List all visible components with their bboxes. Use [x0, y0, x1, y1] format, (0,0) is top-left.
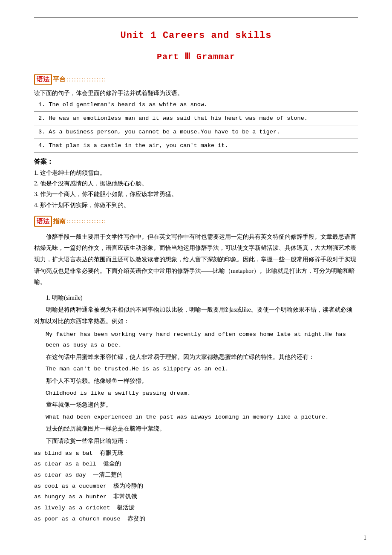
phrases-list: as blind as a bat 有眼无珠 as clear as a bel…	[34, 448, 358, 524]
answer-item-1: 1. 这个老绅士的胡须雪白。	[34, 168, 358, 178]
yufa-platform-badge: 语 法 平台 ::::::::::::::::	[34, 74, 107, 85]
phrase-2: as clear as a bell 健全的	[34, 459, 358, 470]
yufa-guide-box: 语 法	[34, 216, 52, 227]
page-container: Unit 1 Careers and skills Part Ⅲ Grammar…	[0, 0, 392, 550]
divider-4	[34, 152, 358, 153]
example-1-en: My father has been working very hard rec…	[34, 329, 358, 351]
phrase-6: as lively as a cricket 极活泼	[34, 503, 358, 514]
phrase-3: as clear as day 一清二楚的	[34, 470, 358, 481]
answer-section: 答案： 1. 这个老绅士的胡须雪白。 2. 他是个没有感情的人，据说他铁石心肠。…	[34, 158, 358, 211]
yufa-guide-header: 语 法 指南 ::::::::::::::::	[34, 216, 358, 229]
example-4-cn: 过去的经历就像图片一样总是在脑海中萦绕。	[34, 423, 358, 435]
yufa-platform-label: 平台	[53, 75, 66, 84]
phrases-intro: 下面请欣赏一些常用比喻短语：	[34, 436, 358, 447]
yufa-char1: 语	[37, 75, 43, 84]
yufa-platform-header: 语 法 平台 ::::::::::::::::	[34, 74, 358, 87]
answer-item-3: 3. 作为一个商人，你不能胆小如鼠，你应该非常勇猛。	[34, 189, 358, 199]
yufa-guide-char2: 法	[43, 217, 49, 225]
simile-title: 1. 明喻(simile)	[34, 292, 358, 304]
example-4-en: What had been experienced in the past wa…	[34, 412, 358, 423]
simile-content: 明喻是将两种通常被视为不相似的不同事物加以比较，明喻一般要用到as或like。要…	[34, 304, 358, 327]
top-divider	[34, 17, 358, 17]
exercise-3: 3. As a business person, you cannot be a…	[34, 129, 358, 135]
platform-intro: 读下面的句子，体会里面的修辞手法并试着翻译为汉语。	[34, 90, 358, 97]
answer-item-2: 2. 他是个没有感情的人，据说他铁石心肠。	[34, 178, 358, 189]
exercise-2: 2. He was an emotionless man and it was …	[34, 115, 358, 121]
yufa-char2: 法	[43, 75, 49, 84]
exercise-4: 4. That plan is a castle in the air, you…	[34, 142, 358, 149]
divider-2	[34, 125, 358, 125]
answer-item-4: 4. 那个计划不切实际，你做不到的。	[34, 200, 358, 211]
answer-title: 答案：	[34, 158, 358, 166]
yufa-guide-badge: 语 法 指南 ::::::::::::::::	[34, 216, 107, 227]
phrase-1: as blind as a bat 有眼无珠	[34, 448, 358, 459]
example-2-en: The man can't be trusted.He is as slippe…	[34, 364, 358, 375]
phrase-5: as hungry as a hunter 非常饥饿	[34, 491, 358, 503]
phrase-4: as cool as a cucumber 极为冷静的	[34, 481, 358, 492]
example-3-cn: 童年就像一场急逝的梦。	[34, 399, 358, 411]
example-3-en: Childhood is like a swiftly passing drea…	[34, 388, 358, 399]
part-title: Part Ⅲ Grammar	[34, 51, 358, 62]
phrase-7: as poor as a church mouse 赤贫的	[34, 514, 358, 525]
platform-dots: ::::::::::::::::	[66, 76, 107, 83]
divider-3	[34, 139, 358, 139]
yufa-guide-char1: 语	[37, 217, 43, 225]
exercise-1: 1. The old gentleman's beard is as white…	[34, 101, 358, 108]
guide-dots: ::::::::::::::::	[66, 218, 107, 225]
simile-section: 1. 明喻(simile) 明喻是将两种通常被视为不相似的不同事物加以比较，明喻…	[34, 292, 358, 327]
unit-title: Unit 1 Careers and skills	[34, 30, 358, 41]
divider-1	[34, 111, 358, 112]
yufa-box: 语 法	[34, 74, 52, 85]
yufa-guide-label: 指南	[53, 217, 66, 225]
example-1-cn: 在这句话中用蜜蜂来形容忙碌，使人非常易于理解。因为大家都熟悉蜜蜂的忙碌的特性。其…	[34, 352, 358, 363]
guide-main-paragraph: 修辞手段一般主要用于文学性写作中。但在英文写作中有时也需要运用一定的具有英文特征…	[34, 231, 358, 288]
page-number: 1	[363, 535, 366, 541]
example-2-cn: 那个人不可信赖。他像鳗鱼一样狡猾。	[34, 376, 358, 387]
